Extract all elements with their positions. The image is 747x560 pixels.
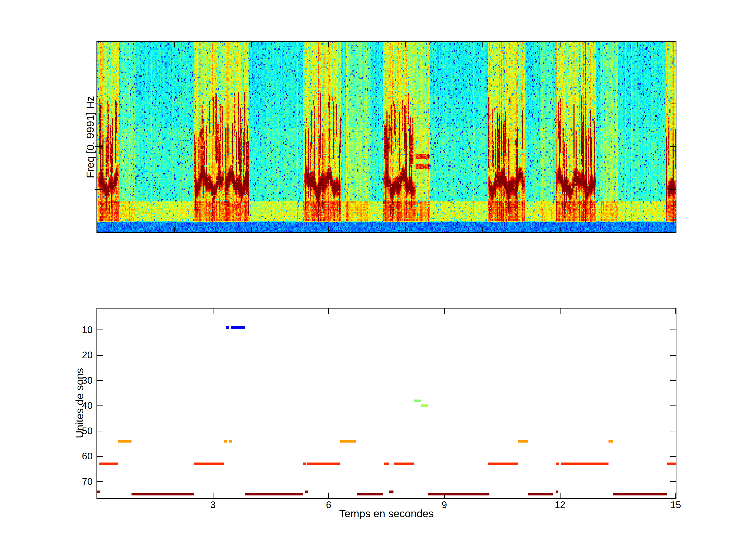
x-tick-label: 12 xyxy=(544,500,575,510)
axis-tick xyxy=(670,405,676,406)
axis-tick xyxy=(328,227,329,232)
axis-tick xyxy=(560,42,561,48)
axis-tick xyxy=(95,103,103,103)
unit-segment-38 xyxy=(414,400,421,402)
spectrogram-axes xyxy=(97,41,676,233)
axis-tick xyxy=(560,309,561,314)
axis-tick xyxy=(328,42,329,48)
axis-tick xyxy=(444,309,445,314)
axis-tick xyxy=(97,355,103,356)
unit-segment-54 xyxy=(224,440,227,443)
axis-tick xyxy=(675,309,676,314)
axis-tick xyxy=(670,60,676,60)
x-tick-label: 9 xyxy=(429,500,460,510)
unit-segment-63 xyxy=(99,462,118,465)
unit-segment-63 xyxy=(303,462,306,465)
axis-tick xyxy=(637,42,638,48)
unit-segment-75 xyxy=(357,493,384,496)
unit-segment-75 xyxy=(428,493,489,496)
axis-tick xyxy=(405,42,406,48)
unit-segment-75 xyxy=(528,493,553,496)
axis-tick xyxy=(405,227,406,232)
unit-segment-54 xyxy=(609,440,613,443)
spectrogram-image xyxy=(97,42,676,232)
y-tick-label: 50 xyxy=(59,426,93,436)
unit-segment-74 xyxy=(389,490,393,493)
axis-tick xyxy=(670,456,676,457)
axis-tick xyxy=(97,405,103,406)
axis-tick xyxy=(174,227,175,232)
axis-tick xyxy=(675,492,676,498)
y-tick-label: 20 xyxy=(59,350,93,361)
axis-tick xyxy=(483,42,483,48)
unit-segment-40 xyxy=(421,404,428,407)
axis-tick xyxy=(670,329,676,330)
unit-segment-63 xyxy=(556,462,559,465)
axis-tick xyxy=(95,146,103,147)
units-xlabel: Temps en secondes xyxy=(339,508,434,520)
axis-tick xyxy=(560,227,561,232)
unit-segment-63 xyxy=(307,462,340,465)
axis-tick xyxy=(97,456,103,457)
unit-segment-9 xyxy=(231,326,246,329)
unit-segment-74 xyxy=(97,490,100,493)
axis-tick xyxy=(560,492,561,498)
axis-tick xyxy=(174,42,175,48)
unit-segment-9 xyxy=(226,326,229,329)
axis-tick xyxy=(97,481,103,482)
x-tick-label: 15 xyxy=(660,500,691,510)
unit-segment-54 xyxy=(340,440,356,443)
axis-tick xyxy=(213,492,213,498)
units-axes xyxy=(97,308,676,499)
y-tick-label: 70 xyxy=(59,477,93,487)
figure-canvas: Freq [0, 9991] Hz Unites de sons Temps e… xyxy=(0,0,747,560)
unit-segment-63 xyxy=(194,462,224,465)
axis-tick xyxy=(328,309,329,314)
unit-segment-74 xyxy=(305,490,308,493)
axis-tick xyxy=(670,380,676,381)
axis-tick xyxy=(251,227,252,232)
axis-tick xyxy=(670,189,676,190)
unit-segment-54 xyxy=(118,440,131,443)
axis-tick xyxy=(670,431,676,431)
unit-segment-75 xyxy=(131,493,194,496)
unit-segment-63 xyxy=(384,462,389,465)
axis-tick xyxy=(670,355,676,356)
axis-tick xyxy=(97,329,103,330)
unit-segment-63 xyxy=(488,462,518,465)
unit-segment-54 xyxy=(518,440,528,443)
axis-tick xyxy=(637,227,638,232)
unit-segment-54 xyxy=(229,440,232,443)
axis-tick xyxy=(97,380,103,381)
unit-segment-74 xyxy=(556,490,558,493)
x-tick-label: 6 xyxy=(313,500,344,510)
unit-segment-63 xyxy=(561,462,609,465)
y-tick-label: 60 xyxy=(59,451,93,461)
unit-segment-75 xyxy=(613,493,667,496)
spectrogram-ylabel: Freq [0, 9991] Hz xyxy=(84,96,97,178)
axis-tick xyxy=(251,42,252,48)
x-tick-label: 3 xyxy=(197,500,229,510)
axis-tick xyxy=(670,481,676,482)
axis-tick xyxy=(670,146,676,147)
axis-tick xyxy=(95,60,103,60)
axis-tick xyxy=(483,227,483,232)
unit-segment-63 xyxy=(667,462,676,465)
y-tick-label: 40 xyxy=(59,401,93,411)
axis-tick xyxy=(97,431,103,431)
axis-tick xyxy=(95,189,103,190)
axis-tick xyxy=(670,103,676,103)
unit-segment-75 xyxy=(246,493,303,496)
axis-tick xyxy=(328,492,329,498)
y-tick-label: 30 xyxy=(59,375,93,386)
y-tick-label: 10 xyxy=(59,325,93,335)
axis-tick xyxy=(213,309,213,314)
unit-segment-63 xyxy=(394,462,414,465)
